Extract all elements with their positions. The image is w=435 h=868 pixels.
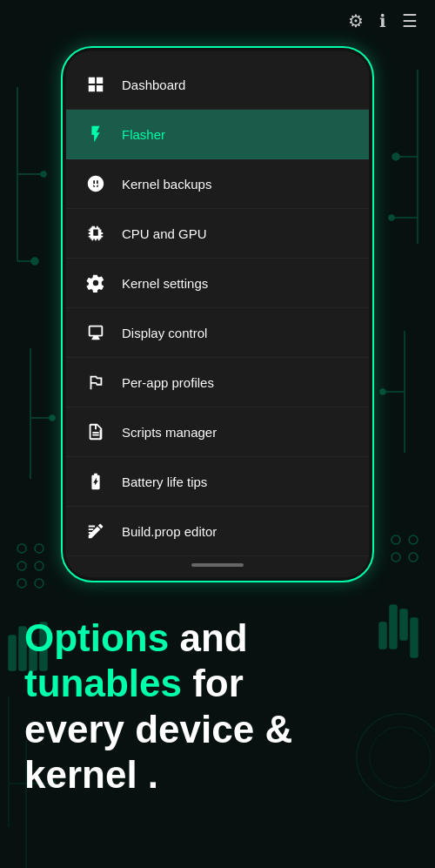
edit-icon [84, 519, 108, 543]
menu-label-kernel-backups: Kernel backups [122, 177, 211, 192]
menu-item-display-control[interactable]: Display control [66, 308, 369, 358]
svg-point-7 [50, 415, 55, 421]
svg-point-26 [409, 535, 418, 544]
backup-icon [84, 172, 108, 196]
status-bar [66, 51, 369, 60]
menu-icon[interactable]: ☰ [402, 10, 418, 31]
menu-label-per-app-profiles: Per-app profiles [122, 375, 214, 390]
profile-icon [84, 370, 108, 394]
svg-point-12 [35, 562, 44, 570]
svg-point-8 [17, 544, 26, 553]
battery-icon [84, 469, 108, 494]
phone-frame: Dashboard Flasher Kernel backups [61, 46, 374, 582]
text-and: and [169, 616, 247, 659]
menu-list: Dashboard Flasher Kernel backups [66, 60, 369, 556]
svg-point-2 [31, 258, 38, 265]
text-line-3: every device & [24, 709, 411, 750]
svg-point-20 [392, 153, 399, 160]
info-icon[interactable]: ℹ [379, 10, 386, 31]
svg-point-13 [35, 579, 44, 588]
cpu-icon [84, 221, 108, 246]
menu-item-cpu-gpu[interactable]: CPU and GPU [66, 209, 369, 259]
settings-icon[interactable]: ⚙ [348, 10, 364, 31]
svg-point-22 [389, 215, 394, 220]
text-line-1: Options and [24, 617, 411, 659]
svg-point-27 [409, 553, 418, 562]
phone-screen: Dashboard Flasher Kernel backups [66, 51, 369, 577]
flash-icon [84, 122, 108, 146]
menu-label-flasher: Flasher [122, 127, 165, 142]
text-line-4: kernel . [24, 754, 411, 796]
dashboard-icon [84, 72, 108, 97]
menu-item-kernel-settings[interactable]: Kernel settings [66, 259, 369, 308]
menu-item-flasher[interactable]: Flasher [66, 110, 369, 159]
menu-label-display-control: Display control [122, 326, 207, 340]
svg-point-28 [392, 535, 400, 544]
menu-item-scripts-manager[interactable]: Scripts manager [66, 407, 369, 457]
text-for: for [182, 662, 244, 704]
svg-point-9 [17, 562, 26, 570]
menu-label-battery-life-tips: Battery life tips [122, 474, 207, 489]
header-bar: ⚙ ℹ ☰ [0, 0, 435, 42]
menu-item-battery-life-tips[interactable]: Battery life tips [66, 457, 369, 507]
svg-point-25 [380, 389, 385, 394]
text-options-highlight: Options [24, 616, 169, 659]
bottom-text-section: Options and tunables for every device & … [0, 591, 435, 814]
menu-item-per-app-profiles[interactable]: Per-app profiles [66, 358, 369, 407]
menu-label-scripts-manager: Scripts manager [122, 425, 217, 440]
home-indicator [66, 556, 369, 577]
menu-label-kernel-settings: Kernel settings [122, 276, 208, 291]
text-line-2: tunables for [24, 663, 411, 704]
menu-label-cpu-gpu: CPU and GPU [122, 226, 207, 241]
kernel-settings-icon [84, 271, 108, 295]
menu-item-build-prop-editor[interactable]: Build.prop editor [66, 507, 369, 556]
menu-item-dashboard[interactable]: Dashboard [66, 60, 369, 110]
menu-item-kernel-backups[interactable]: Kernel backups [66, 159, 369, 209]
display-icon [84, 320, 108, 345]
svg-point-29 [392, 553, 400, 562]
script-icon [84, 420, 108, 444]
menu-label-build-prop-editor: Build.prop editor [122, 524, 217, 539]
svg-point-11 [35, 544, 44, 553]
text-tunables-highlight: tunables [24, 662, 182, 704]
svg-point-4 [41, 172, 46, 177]
home-bar [191, 563, 244, 567]
menu-label-dashboard: Dashboard [122, 77, 185, 92]
svg-point-10 [17, 579, 26, 588]
